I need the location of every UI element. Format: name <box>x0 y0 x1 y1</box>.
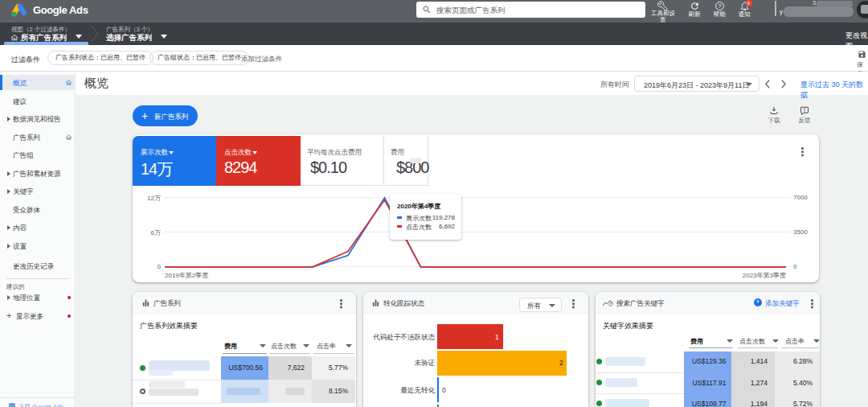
svg-text:?: ? <box>719 3 722 9</box>
